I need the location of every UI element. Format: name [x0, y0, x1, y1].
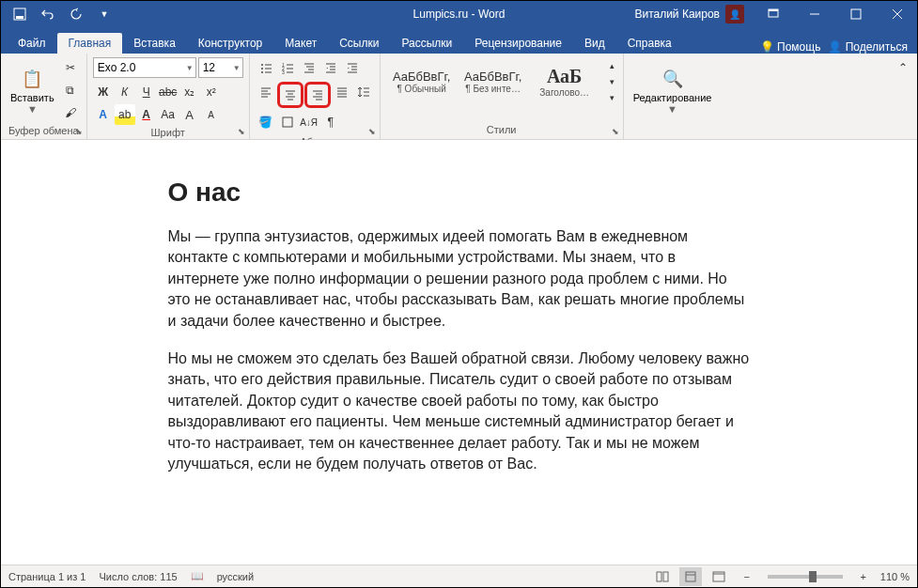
font-color-button[interactable]: A — [136, 104, 157, 125]
tab-view[interactable]: Вид — [573, 33, 616, 54]
format-painter-icon[interactable]: 🖌 — [60, 102, 81, 123]
grow-font-button[interactable]: A — [179, 104, 200, 125]
print-layout-icon[interactable] — [679, 567, 702, 586]
font-name-combo[interactable]: Exo 2.0▼ — [93, 57, 196, 78]
svg-rect-51 — [283, 117, 292, 127]
paste-button[interactable]: 📋 Вставить ▼ — [7, 57, 58, 123]
user-account[interactable]: Виталий Каиров 👤 — [627, 5, 752, 23]
strike-button[interactable]: abc — [158, 82, 179, 102]
group-font: Exo 2.0▼ 12▼ Ж К Ч abc x₂ x² A ab A Aa A… — [87, 54, 250, 139]
styles-up-icon[interactable]: ▴ — [602, 57, 623, 73]
launcher-icon[interactable]: ⬊ — [73, 126, 85, 137]
svg-point-10 — [261, 68, 263, 70]
tab-mailings[interactable]: Рассылки — [390, 33, 463, 54]
highlight-button[interactable]: ab — [115, 104, 135, 125]
language-indicator[interactable]: русский — [217, 571, 254, 582]
launcher-icon[interactable]: ⬊ — [236, 126, 247, 137]
collapse-ribbon-icon[interactable]: ⌃ — [893, 57, 913, 78]
styles-down-icon[interactable]: ▾ — [602, 73, 623, 89]
cut-icon[interactable]: ✂ — [60, 57, 81, 78]
increase-indent-button[interactable] — [342, 57, 363, 78]
style-normal[interactable]: АаБбВвГг, ¶ Обычный — [386, 57, 458, 106]
underline-button[interactable]: Ч — [136, 82, 157, 102]
line-spacing-button[interactable] — [353, 82, 374, 102]
show-marks-button[interactable]: ¶ — [320, 112, 341, 132]
numbering-button[interactable]: 123 — [277, 57, 298, 78]
change-case-button[interactable]: Aa — [158, 104, 179, 125]
italic-button[interactable]: К — [115, 82, 135, 102]
align-right-button[interactable] — [307, 85, 328, 105]
close-button[interactable] — [878, 1, 917, 27]
zoom-slider[interactable] — [768, 575, 843, 579]
tab-design[interactable]: Конструктор — [187, 33, 273, 54]
style-heading1[interactable]: АаБ Заголово… — [529, 57, 600, 106]
multilevel-button[interactable] — [299, 57, 319, 78]
web-layout-icon[interactable] — [708, 567, 730, 586]
group-label: Стили — [386, 122, 617, 137]
find-icon: 🔍 — [660, 66, 686, 92]
heading[interactable]: О нас — [168, 178, 751, 208]
launcher-icon[interactable]: ⬊ — [610, 126, 621, 137]
styles-more-icon[interactable]: ▾ — [602, 89, 623, 105]
tab-file[interactable]: Файл — [7, 33, 57, 54]
text-effects-button[interactable]: A — [93, 104, 114, 125]
shrink-font-button[interactable]: A — [201, 104, 222, 125]
autosave-icon[interactable] — [8, 3, 31, 25]
redo-icon[interactable] — [65, 3, 87, 25]
svg-rect-5 — [851, 9, 861, 19]
svg-point-12 — [261, 71, 263, 73]
decrease-indent-button[interactable] — [320, 57, 341, 78]
read-mode-icon[interactable] — [651, 567, 674, 586]
copy-icon[interactable]: ⧉ — [60, 80, 81, 101]
proofing-icon[interactable]: 📖 — [191, 570, 204, 582]
svg-rect-1 — [16, 16, 23, 19]
tab-insert[interactable]: Вставка — [122, 33, 187, 54]
tab-layout[interactable]: Макет — [273, 33, 328, 54]
editing-button[interactable]: 🔍 Редактирование ▼ — [630, 57, 716, 122]
borders-button[interactable] — [277, 112, 298, 132]
shading-button[interactable]: 🪣 — [256, 112, 276, 132]
align-center-button[interactable] — [280, 85, 301, 105]
bold-button[interactable]: Ж — [93, 82, 114, 102]
justify-button[interactable] — [332, 82, 352, 102]
tab-help[interactable]: Справка — [616, 33, 683, 54]
sort-button[interactable]: А↓Я — [299, 112, 319, 132]
group-label: Шрифт — [93, 125, 243, 138]
window-title: Lumpics.ru - Word — [413, 8, 506, 21]
group-clipboard: 📋 Вставить ▼ ✂ ⧉ 🖌 Буфер обмена ⬊ — [1, 54, 87, 139]
paste-icon: 📋 — [19, 66, 45, 92]
paragraph[interactable]: Мы — группа энтузиастов, одержимых идеей… — [168, 226, 751, 332]
ribbon: 📋 Вставить ▼ ✂ ⧉ 🖌 Буфер обмена ⬊ Exo 2.… — [1, 54, 917, 140]
svg-rect-53 — [663, 572, 668, 581]
zoom-level[interactable]: 110 % — [880, 571, 910, 582]
group-paragraph: 123 🪣 А↓Я ¶ Абзац ⬊ — [250, 54, 381, 139]
tellme[interactable]: 💡 Помощь — [760, 40, 821, 54]
undo-icon[interactable] — [37, 3, 59, 25]
avatar: 👤 — [725, 5, 744, 23]
svg-rect-54 — [686, 572, 695, 581]
launcher-icon[interactable]: ⬊ — [366, 126, 378, 137]
ribbon-options-icon[interactable] — [754, 1, 793, 27]
zoom-out-button[interactable]: − — [736, 567, 758, 586]
align-left-button[interactable] — [256, 82, 276, 102]
minimize-button[interactable] — [795, 1, 834, 27]
share-button[interactable]: 👤 Поделиться — [828, 40, 908, 54]
page-indicator[interactable]: Страница 1 из 1 — [8, 571, 86, 582]
maximize-button[interactable] — [836, 1, 876, 27]
word-count[interactable]: Число слов: 115 — [99, 571, 177, 582]
superscript-button[interactable]: x² — [201, 82, 222, 102]
user-name: Виталий Каиров — [634, 8, 720, 21]
bullets-button[interactable] — [256, 57, 276, 78]
zoom-in-button[interactable]: + — [852, 567, 875, 586]
statusbar: Страница 1 из 1 Число слов: 115 📖 русски… — [1, 565, 917, 587]
tab-references[interactable]: Ссылки — [328, 33, 390, 54]
qat-customize-icon[interactable]: ▼ — [93, 3, 116, 25]
tab-review[interactable]: Рецензирование — [463, 33, 573, 54]
paragraph[interactable]: Но мы не сможем это сделать без Вашей об… — [168, 348, 751, 474]
document-area[interactable]: О нас Мы — группа энтузиастов, одержимых… — [1, 140, 917, 553]
style-nospacing[interactable]: АаБбВвГг, ¶ Без инте… — [458, 57, 529, 106]
titlebar: ▼ Lumpics.ru - Word Виталий Каиров 👤 — [1, 1, 917, 27]
subscript-button[interactable]: x₂ — [179, 82, 200, 102]
font-size-combo[interactable]: 12▼ — [198, 57, 243, 78]
tab-home[interactable]: Главная — [57, 33, 123, 54]
